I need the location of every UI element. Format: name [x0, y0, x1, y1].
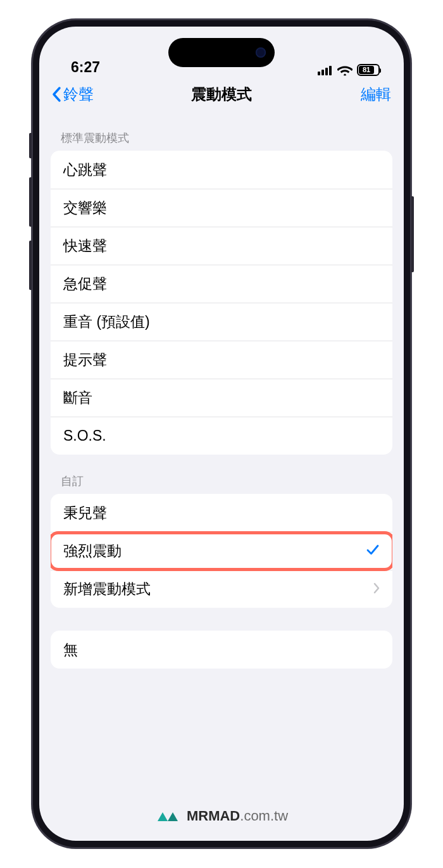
checkmark-icon — [366, 543, 380, 560]
row-label: 心跳聲 — [63, 160, 380, 180]
row-label: 無 — [63, 640, 380, 660]
settings-content: 標準震動模式 心跳聲 交響樂 快速聲 急促聲 重音 (預設值) 提示聲 斷音 S… — [39, 111, 404, 669]
standard-vibration-group: 心跳聲 交響樂 快速聲 急促聲 重音 (預設值) 提示聲 斷音 S.O.S. — [51, 151, 392, 455]
svg-rect-0 — [318, 72, 320, 75]
phone-volume-up-button — [29, 177, 32, 227]
row-label: 快速聲 — [63, 236, 380, 256]
none-group: 無 — [51, 631, 392, 669]
status-indicators: 81 — [318, 64, 380, 76]
vibration-option-symphony[interactable]: 交響樂 — [51, 189, 392, 227]
vibration-option-rapid[interactable]: 快速聲 — [51, 227, 392, 265]
row-label: 強烈震動 — [63, 541, 366, 561]
row-label: 交響樂 — [63, 198, 380, 218]
svg-rect-2 — [325, 68, 328, 75]
chevron-right-icon — [373, 581, 380, 598]
custom-vibration-group: 秉兒聲 強烈震動 新增震動模式 — [51, 494, 392, 608]
vibration-option-none[interactable]: 無 — [51, 631, 392, 669]
row-label: 重音 (預設值) — [63, 312, 380, 332]
row-label: 提示聲 — [63, 350, 380, 370]
row-label: 新增震動模式 — [63, 579, 373, 599]
row-label: 斷音 — [63, 388, 380, 408]
watermark-bold: MRMAD — [187, 808, 240, 824]
vibration-option-heartbeat[interactable]: 心跳聲 — [51, 151, 392, 189]
front-camera-icon — [256, 47, 266, 58]
status-time: 6:27 — [71, 59, 100, 76]
screen: 6:27 81 鈴聲 震動模式 編輯 標準震動模式 — [39, 27, 404, 841]
section-header-standard: 標準震動模式 — [39, 111, 404, 151]
svg-rect-3 — [329, 66, 332, 75]
phone-volume-down-button — [29, 241, 32, 290]
back-button[interactable]: 鈴聲 — [52, 84, 94, 104]
battery-percent: 81 — [363, 66, 370, 73]
dynamic-island — [168, 38, 275, 67]
vibration-option-quick[interactable]: 急促聲 — [51, 265, 392, 303]
phone-power-button — [411, 196, 414, 272]
phone-frame: 6:27 81 鈴聲 震動模式 編輯 標準震動模式 — [32, 19, 411, 848]
section-header-custom: 自訂 — [39, 455, 404, 494]
svg-rect-1 — [321, 70, 324, 75]
page-title: 震動模式 — [39, 84, 404, 104]
back-label: 鈴聲 — [63, 84, 94, 104]
battery-icon: 81 — [357, 64, 380, 76]
wifi-icon — [337, 65, 353, 76]
watermark-rest: .com.tw — [240, 808, 288, 824]
watermark: MRMAD.com.tw — [39, 808, 404, 824]
navigation-bar: 鈴聲 震動模式 編輯 — [39, 77, 404, 111]
cellular-signal-icon — [318, 65, 333, 75]
phone-side-button — [29, 133, 32, 158]
vibration-option-custom1[interactable]: 秉兒聲 — [51, 494, 392, 532]
edit-button[interactable]: 編輯 — [361, 84, 391, 104]
row-label: 秉兒聲 — [63, 503, 380, 523]
row-label: 急促聲 — [63, 274, 380, 294]
row-label: S.O.S. — [63, 427, 380, 444]
watermark-logo-icon — [155, 808, 180, 824]
vibration-option-accent-default[interactable]: 重音 (預設值) — [51, 303, 392, 341]
vibration-option-strong[interactable]: 強烈震動 — [51, 532, 392, 570]
vibration-option-staccato[interactable]: 斷音 — [51, 379, 392, 417]
chevron-left-icon — [52, 86, 62, 103]
vibration-option-alert[interactable]: 提示聲 — [51, 341, 392, 379]
vibration-option-sos[interactable]: S.O.S. — [51, 417, 392, 455]
create-new-vibration-button[interactable]: 新增震動模式 — [51, 570, 392, 608]
